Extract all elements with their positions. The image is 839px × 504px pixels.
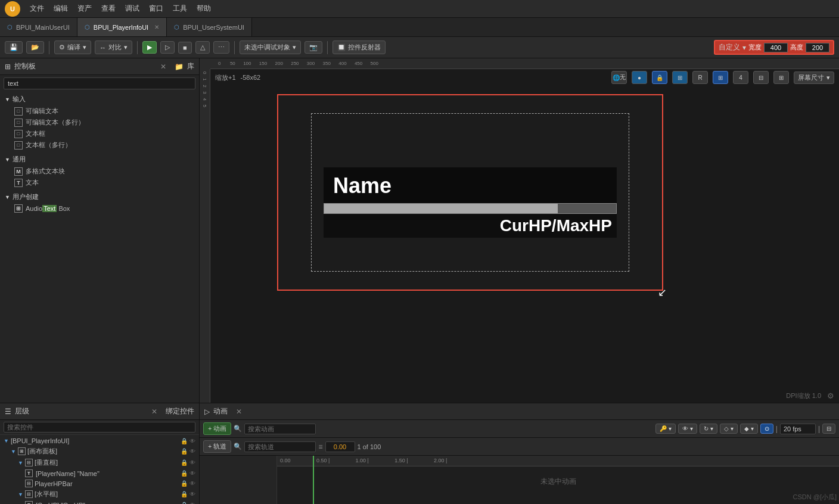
hier-item-vbox[interactable]: ▼ ⊟ [垂直框] 🔒 👁 bbox=[0, 457, 199, 468]
anim-diamond-btn[interactable]: ◇ ▾ bbox=[720, 424, 738, 434]
menu-help[interactable]: 帮助 bbox=[197, 4, 211, 14]
anim-snap-btn[interactable]: ⊙ bbox=[760, 424, 773, 434]
bind-widget-label: 绑定控件 bbox=[166, 406, 194, 416]
skip-button[interactable]: △ bbox=[195, 41, 210, 54]
tab-close-2[interactable]: ✕ bbox=[154, 24, 159, 30]
item-editable-text[interactable]: □ 可编辑文本 bbox=[0, 105, 199, 117]
section-input-header[interactable]: ▼ 输入 bbox=[0, 93, 199, 105]
timeline-playhead bbox=[313, 456, 314, 504]
anim-key-btn[interactable]: 🔑 ▾ bbox=[655, 424, 676, 434]
save-button[interactable]: 💾 bbox=[5, 41, 23, 54]
count-label: 4 bbox=[739, 74, 742, 81]
timecode-input[interactable] bbox=[325, 441, 355, 452]
left-panel-header: ⊞ 控制板 ✕ 📁 库 bbox=[0, 58, 199, 75]
grid-btn[interactable]: ⊞ bbox=[672, 71, 688, 84]
more-button[interactable]: ⋯ bbox=[213, 41, 229, 54]
hier-item-canvas[interactable]: ▼ ⊞ [画布面板] 🔒 👁 bbox=[0, 446, 199, 457]
tab-mainuserui[interactable]: ⬡ BPUI_MainUserUI bbox=[0, 18, 77, 36]
lock-btn[interactable]: 🔒 bbox=[652, 71, 667, 84]
browse-button[interactable]: 📂 bbox=[26, 41, 44, 54]
custom-label: 自定义 bbox=[719, 42, 740, 52]
fps-input[interactable] bbox=[780, 424, 816, 434]
anim-eye-btn[interactable]: 👁 ▾ bbox=[678, 424, 697, 434]
item-editable-text-multi[interactable]: □ 可编辑文本（多行） bbox=[0, 117, 199, 128]
height-input[interactable] bbox=[806, 43, 829, 52]
menu-window[interactable]: 窗口 bbox=[149, 4, 163, 14]
hierarchy-close[interactable]: ✕ bbox=[151, 407, 157, 416]
left-panel-title: 控制板 bbox=[14, 61, 36, 71]
screen-size-button[interactable]: 屏幕尺寸 ▾ bbox=[794, 71, 834, 84]
anim-transform-btn[interactable]: ↻ ▾ bbox=[700, 424, 717, 434]
hier-item-curhp[interactable]: T [CurHP] "CurHP" 🔒 👁 bbox=[0, 500, 199, 504]
item-textbox-multi[interactable]: □ 文本框（多行） bbox=[0, 139, 199, 151]
compare-label: 对比 bbox=[108, 43, 122, 52]
section-user-created: ▼ 用户创建 ⊞ AudioText Box bbox=[0, 189, 199, 215]
extra-btn-2[interactable]: ⊞ bbox=[773, 71, 789, 84]
anim-close[interactable]: ✕ bbox=[236, 407, 242, 416]
left-panel-close[interactable]: ✕ bbox=[160, 63, 166, 71]
anim-controls: + 轨道 🔍 ≡ 1 of 100 bbox=[200, 438, 839, 456]
ruler-corner bbox=[200, 58, 210, 69]
menu-view[interactable]: 查看 bbox=[101, 4, 116, 14]
compile-button[interactable]: ⚙ 编译 ▾ bbox=[54, 41, 91, 54]
debug-target-button[interactable]: 未选中调试对象 ▾ bbox=[240, 41, 301, 54]
mode-btn-1[interactable]: ● bbox=[632, 71, 647, 84]
settings-icon[interactable]: ⚙ bbox=[827, 391, 834, 400]
anim-transform-icon: ↻ bbox=[704, 425, 709, 432]
timeline-mark-1: 0.50 | bbox=[293, 458, 330, 463]
hierarchy-search-input[interactable] bbox=[4, 422, 195, 433]
hier-arrow-hbox: ▼ bbox=[18, 491, 23, 497]
add-anim-button[interactable]: + 动画 bbox=[203, 422, 231, 435]
no-button[interactable]: 🌐 无 bbox=[611, 71, 627, 84]
item-textbox[interactable]: □ 文本框 bbox=[0, 128, 199, 139]
item-richtext[interactable]: M 多格式文本块 bbox=[0, 166, 199, 177]
width-input[interactable] bbox=[764, 43, 788, 52]
r-btn[interactable]: R bbox=[692, 71, 708, 84]
add-track-button[interactable]: + 轨道 bbox=[203, 440, 231, 453]
tab-playerinfoui[interactable]: ⬡ BPUI_PlayerInfoUI ✕ bbox=[77, 18, 167, 36]
menu-bar: U 文件 编辑 资产 查看 调试 窗口 工具 帮助 bbox=[0, 0, 839, 18]
section-general-header[interactable]: ▼ 通用 bbox=[0, 153, 199, 166]
hier-item-hbox[interactable]: ▼ ⊟ [水平框] 🔒 👁 bbox=[0, 489, 199, 500]
add-anim-label: + 动画 bbox=[208, 424, 226, 433]
item-text[interactable]: T 文本 bbox=[0, 177, 199, 188]
stop-button[interactable]: ■ bbox=[178, 42, 192, 54]
camera-button[interactable]: 📷 bbox=[304, 41, 322, 54]
extra-btn-1[interactable]: ⊟ bbox=[753, 71, 769, 84]
r-icon: R bbox=[698, 74, 702, 81]
item-audio-text-box[interactable]: ⊞ AudioText Box bbox=[0, 203, 199, 214]
anim-search-input[interactable] bbox=[244, 424, 316, 434]
debug-target-arrow: ▾ bbox=[293, 43, 296, 51]
track-search-input[interactable] bbox=[244, 441, 316, 452]
menu-asset[interactable]: 资产 bbox=[77, 4, 92, 14]
hier-curhp-label: [CurHP] "CurHP" bbox=[36, 502, 85, 505]
step-button[interactable]: ▷ bbox=[160, 41, 175, 54]
reflector-button[interactable]: 🔲 控件反射器 bbox=[333, 41, 386, 54]
section-user-header[interactable]: ▼ 用户创建 bbox=[0, 191, 199, 203]
sep-3 bbox=[234, 41, 235, 54]
timeline-ruler: 0.00 0.50 | 1.00 | 1.50 | 2.00 | bbox=[277, 456, 839, 466]
table-btn[interactable]: ⊞ bbox=[713, 71, 728, 84]
play-button[interactable]: ▶ bbox=[142, 41, 157, 54]
hier-item-hpbar[interactable]: ⊟ PlayerHPBar 🔒 👁 bbox=[0, 478, 199, 489]
anim-diamond-btn2[interactable]: ◆ ▾ bbox=[740, 424, 758, 434]
anim-extra-btn[interactable]: ⊟ bbox=[822, 424, 835, 434]
hier-item-playername[interactable]: T [PlayerName] "Name" 🔒 👁 bbox=[0, 468, 199, 478]
menu-edit[interactable]: 编辑 bbox=[54, 4, 68, 14]
skip-icon: △ bbox=[200, 43, 205, 51]
more-icon: ⋯ bbox=[218, 43, 225, 51]
menu-tools[interactable]: 工具 bbox=[173, 4, 187, 14]
play-icon: ▶ bbox=[147, 43, 152, 51]
menu-file[interactable]: 文件 bbox=[30, 4, 44, 14]
hier-playername-eye: 👁 bbox=[189, 470, 195, 477]
hier-item-root[interactable]: ▼ [BPUI_PlayerInfoUI] 🔒 👁 bbox=[0, 436, 199, 446]
search-input[interactable] bbox=[4, 77, 195, 89]
textbox-multi-icon: □ bbox=[14, 141, 23, 150]
canvas-area: 0 50 100 150 200 250 300 350 400 450 500… bbox=[200, 58, 839, 403]
add-track-label: + 轨道 bbox=[208, 442, 226, 451]
compare-button[interactable]: ↔ 对比 ▾ bbox=[95, 41, 132, 54]
count-btn[interactable]: 4 bbox=[733, 71, 748, 84]
main-layout: ⊞ 控制板 ✕ 📁 库 ▼ 输入 □ 可编辑文本 □ 可编辑文本（多行） □ bbox=[0, 58, 839, 403]
tab-usersystemui[interactable]: ⬡ BPUI_UserSystemUI bbox=[167, 18, 252, 36]
menu-debug[interactable]: 调试 bbox=[125, 4, 139, 14]
